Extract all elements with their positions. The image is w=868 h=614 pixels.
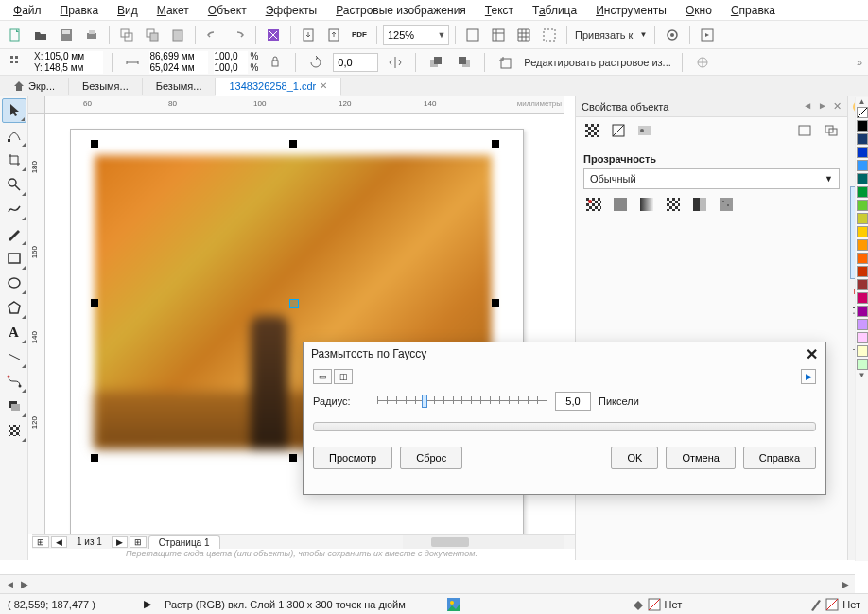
polygon-tool[interactable] [2,295,26,320]
ellipse-tool[interactable] [2,271,26,295]
guides-button[interactable] [538,24,561,46]
chevron-down-icon[interactable]: ▼ [637,30,649,39]
docker-prev-icon[interactable]: ◄ [803,100,812,113]
color-swatch[interactable] [857,319,868,330]
undo-button[interactable] [201,24,224,46]
freehand-tool[interactable] [2,197,26,221]
menu-bitmaps[interactable]: Растровые изображения [326,2,476,19]
menu-object[interactable]: Объект [199,2,256,19]
tab-doc-1[interactable]: Безымя... [69,78,143,95]
handle-e[interactable] [492,299,499,307]
order-front-button[interactable] [425,51,447,74]
color-swatch[interactable] [857,253,868,264]
ruler-origin[interactable] [28,96,45,114]
handle-nw[interactable] [91,140,98,148]
rectangle-tool[interactable] [2,246,26,271]
handle-center[interactable] [289,299,299,308]
trace-button[interactable] [691,51,714,74]
close-icon[interactable]: ✕ [320,80,327,91]
ruler-horizontal[interactable]: 60 80 100 120 140 миллиметры [45,96,564,114]
x-input[interactable] [44,51,103,62]
color-swatch[interactable] [857,332,868,343]
radius-input[interactable] [555,392,591,411]
y-input[interactable] [44,62,103,74]
docker-close-icon[interactable]: ✕ [833,100,842,113]
texture-button[interactable] [716,195,737,214]
reset-button[interactable]: Сброс [400,447,462,469]
uniform-button[interactable] [610,195,631,214]
tab-home[interactable]: Экр... [0,78,69,95]
color-swatch[interactable] [857,226,868,237]
handle-n[interactable] [289,140,297,148]
fill-tab[interactable] [582,121,602,140]
tab-doc-2[interactable]: Безымя... [143,78,217,95]
no-color-swatch[interactable] [857,107,868,118]
edit-bitmap-label[interactable]: Редактировать растровое из... [522,57,672,68]
save-button[interactable] [55,24,78,46]
dimension-tool[interactable] [2,344,26,369]
menu-file[interactable]: Файл [4,2,51,19]
redo-button[interactable] [227,24,250,46]
crop-bitmap-button[interactable] [494,51,516,74]
menu-tools[interactable]: Инструменты [586,2,676,19]
twocolor-button[interactable] [689,195,710,214]
dropshadow-tool[interactable] [2,394,26,418]
color-swatch[interactable] [857,120,868,132]
connector-tool[interactable] [2,369,26,394]
color-swatch[interactable] [857,160,868,171]
dock-button[interactable] [794,121,815,140]
preview-button[interactable]: Просмотр [313,447,392,469]
color-swatch[interactable] [857,213,868,224]
color-swatch[interactable] [857,306,868,317]
page-prev-button[interactable]: ◀ [51,536,67,548]
options-button[interactable] [661,24,684,46]
color-swatch[interactable] [857,186,868,198]
pattern-button[interactable] [663,195,684,214]
page-next-button[interactable]: ▶ [112,536,128,548]
launch-button[interactable] [696,24,719,46]
outline-tab[interactable] [608,121,629,140]
new-button[interactable] [4,24,26,46]
cut-button[interactable] [115,24,138,46]
page-first-button[interactable]: ⊞ [32,536,49,548]
radius-slider[interactable] [377,393,547,410]
palette-menu-button[interactable]: ▶ [842,579,849,589]
transparency-tool[interactable] [2,418,26,443]
pick-tool[interactable] [2,98,26,123]
navigator-icon[interactable]: ▶ [144,598,151,610]
slider-thumb[interactable] [422,395,427,408]
mirror-h-button[interactable] [384,51,407,74]
rulers-button[interactable] [487,24,510,46]
menu-text[interactable]: Текст [476,2,523,19]
color-swatch[interactable] [857,279,868,290]
play-button[interactable]: ▶ [801,369,816,384]
import-button[interactable] [297,24,320,46]
no-transparency-button[interactable] [583,195,604,214]
menu-layout[interactable]: Макет [148,2,199,19]
docker-next-icon[interactable]: ► [818,100,827,113]
single-view-button[interactable]: ▭ [313,369,332,384]
rotation-input[interactable] [333,53,378,72]
palette-up-button[interactable]: ▲ [856,97,868,106]
paste-button[interactable] [166,24,189,46]
page-last-button[interactable]: ⊞ [130,536,147,548]
grid-button[interactable] [512,24,535,46]
horizontal-scrollbar[interactable] [403,535,564,549]
copy-button[interactable] [141,24,164,46]
menu-help[interactable]: Справка [721,2,785,19]
color-swatch[interactable] [857,173,868,184]
dialog-close-button[interactable]: ✕ [806,345,818,363]
handle-sw[interactable] [91,454,98,462]
text-tool[interactable]: A [2,320,26,344]
artistic-tool[interactable] [2,221,26,246]
color-swatch[interactable] [857,292,868,304]
menu-effects[interactable]: Эффекты [256,2,327,19]
help-button[interactable]: Справка [743,447,816,469]
export-button[interactable] [322,24,345,46]
shape-tool[interactable] [2,123,26,148]
scale-y-input[interactable] [214,62,248,74]
lock-ratio-button[interactable] [264,51,286,74]
cancel-button[interactable]: Отмена [666,447,735,469]
fountain-button[interactable] [636,195,657,214]
pdf-button[interactable]: PDF [348,24,371,46]
